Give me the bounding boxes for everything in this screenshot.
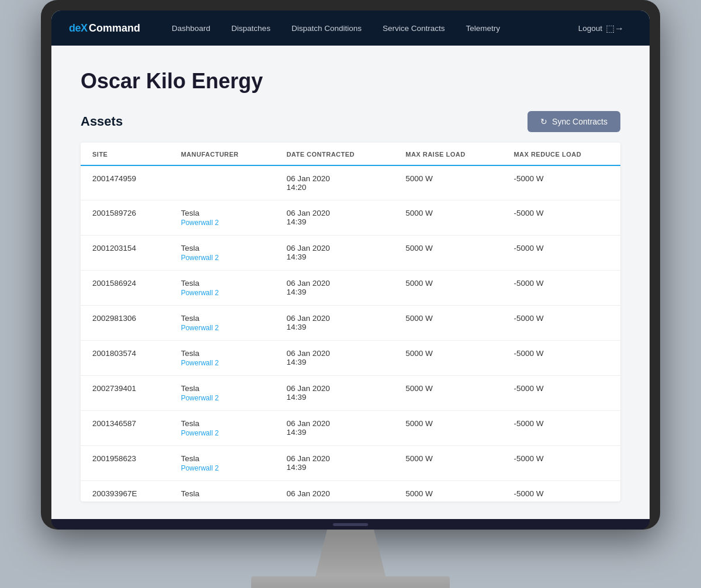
cell-date: 06 Jan 202014:39 — [275, 341, 394, 376]
logout-icon: ⬚→ — [606, 23, 624, 34]
table-row[interactable]: 2001203154TeslaPowerwall 206 Jan 202014:… — [81, 236, 620, 271]
brand-logo[interactable]: deX Command — [69, 22, 140, 34]
col-manufacturer: MANUFACTURER — [169, 143, 275, 165]
main-content: Oscar Kilo Energy Assets ↻ Sync Contract… — [51, 46, 650, 519]
manufacturer-name: Tesla — [181, 489, 263, 498]
cell-date: 06 Jan 202014:39 — [275, 446, 394, 481]
sync-button-label: Sync Contracts — [552, 117, 608, 126]
navbar: deX Command Dashboard Dispatches Dispatc… — [51, 11, 650, 46]
table-row[interactable]: 2001586924TeslaPowerwall 206 Jan 202014:… — [81, 271, 620, 306]
scroll-indicator[interactable] — [333, 523, 368, 526]
table-row[interactable]: 200147495906 Jan 202014:205000 W-5000 W — [81, 165, 620, 200]
nav-links: Dashboard Dispatches Dispatch Conditions… — [164, 19, 570, 37]
manufacturer-name: Tesla — [181, 349, 263, 358]
cell-max-raise: 5000 W — [394, 236, 502, 271]
cell-date: 06 Jan 202014:39 — [275, 271, 394, 306]
cell-manufacturer: Tesla — [169, 481, 275, 502]
model-name: Powerwall 2 — [181, 394, 263, 402]
manufacturer-name: Tesla — [181, 314, 263, 323]
manufacturer-name: Tesla — [181, 244, 263, 253]
table-row[interactable]: 200393967ETesla06 Jan 20205000 W-5000 W — [81, 481, 620, 502]
table-header-row: SITE MANUFACTURER DATE CONTRACTED MAX RA… — [81, 143, 620, 165]
cell-max-reduce: -5000 W — [502, 481, 620, 502]
cell-manufacturer: TeslaPowerwall 2 — [169, 411, 275, 446]
brand-command: Command — [89, 22, 140, 34]
cell-manufacturer: TeslaPowerwall 2 — [169, 446, 275, 481]
manufacturer-name: Tesla — [181, 454, 263, 463]
logout-label: Logout — [578, 24, 602, 33]
cell-date: 06 Jan 202014:20 — [275, 165, 394, 200]
manufacturer-name: Tesla — [181, 279, 263, 288]
cell-manufacturer: TeslaPowerwall 2 — [169, 200, 275, 236]
manufacturer-name: Tesla — [181, 419, 263, 428]
cell-date: 06 Jan 202014:39 — [275, 236, 394, 271]
page-title: Oscar Kilo Energy — [81, 69, 620, 94]
cell-site: 2002739401 — [81, 376, 169, 411]
model-name: Powerwall 2 — [181, 289, 263, 297]
monitor-stand-base — [251, 576, 450, 588]
logout-button[interactable]: Logout ⬚→ — [570, 18, 632, 39]
monitor-bottom-bar — [51, 519, 650, 530]
assets-table-container: SITE MANUFACTURER DATE CONTRACTED MAX RA… — [81, 143, 620, 501]
cell-date: 06 Jan 202014:39 — [275, 376, 394, 411]
cell-site: 2001803574 — [81, 341, 169, 376]
cell-max-reduce: -5000 W — [502, 236, 620, 271]
cell-date: 06 Jan 2020 — [275, 481, 394, 502]
cell-max-reduce: -5000 W — [502, 200, 620, 236]
cell-site: 2001586924 — [81, 271, 169, 306]
cell-site: 2002981306 — [81, 306, 169, 341]
assets-header: Assets ↻ Sync Contracts — [81, 111, 620, 132]
nav-dispatch-conditions[interactable]: Dispatch Conditions — [283, 19, 370, 37]
cell-max-reduce: -5000 W — [502, 306, 620, 341]
nav-service-contracts[interactable]: Service Contracts — [374, 19, 453, 37]
assets-table: SITE MANUFACTURER DATE CONTRACTED MAX RA… — [81, 143, 620, 501]
cell-site: 2001346587 — [81, 411, 169, 446]
sync-contracts-button[interactable]: ↻ Sync Contracts — [528, 111, 620, 132]
cell-site: 2001589726 — [81, 200, 169, 236]
cell-manufacturer: TeslaPowerwall 2 — [169, 341, 275, 376]
cell-max-raise: 5000 W — [394, 481, 502, 502]
table-row[interactable]: 2001346587TeslaPowerwall 206 Jan 202014:… — [81, 411, 620, 446]
cell-max-raise: 5000 W — [394, 341, 502, 376]
cell-max-reduce: -5000 W — [502, 376, 620, 411]
model-name: Powerwall 2 — [181, 219, 263, 227]
cell-max-raise: 5000 W — [394, 271, 502, 306]
col-max-reduce-load: MAX REDUCE LOAD — [502, 143, 620, 165]
cell-manufacturer: TeslaPowerwall 2 — [169, 271, 275, 306]
cell-date: 06 Jan 202014:39 — [275, 411, 394, 446]
nav-telemetry[interactable]: Telemetry — [458, 19, 509, 37]
cell-date: 06 Jan 202014:39 — [275, 306, 394, 341]
model-name: Powerwall 2 — [181, 464, 263, 472]
manufacturer-name: Tesla — [181, 209, 263, 217]
cell-max-reduce: -5000 W — [502, 341, 620, 376]
cell-max-raise: 5000 W — [394, 165, 502, 200]
col-site: SITE — [81, 143, 169, 165]
table-row[interactable]: 2001958623TeslaPowerwall 206 Jan 202014:… — [81, 446, 620, 481]
cell-manufacturer: TeslaPowerwall 2 — [169, 376, 275, 411]
cell-max-raise: 5000 W — [394, 446, 502, 481]
table-row[interactable]: 2002739401TeslaPowerwall 206 Jan 202014:… — [81, 376, 620, 411]
cell-max-reduce: -5000 W — [502, 411, 620, 446]
model-name: Powerwall 2 — [181, 254, 263, 262]
table-row[interactable]: 2001589726TeslaPowerwall 206 Jan 202014:… — [81, 200, 620, 236]
nav-dispatches[interactable]: Dispatches — [223, 19, 279, 37]
cell-max-reduce: -5000 W — [502, 446, 620, 481]
table-row[interactable]: 2001803574TeslaPowerwall 206 Jan 202014:… — [81, 341, 620, 376]
brand-x: X — [81, 22, 88, 34]
col-date-contracted: DATE CONTRACTED — [275, 143, 394, 165]
col-max-raise-load: MAX RAISE LOAD — [394, 143, 502, 165]
cell-site: 2001203154 — [81, 236, 169, 271]
app-wrapper: deX Command Dashboard Dispatches Dispatc… — [51, 11, 650, 519]
cell-max-reduce: -5000 W — [502, 271, 620, 306]
cell-site: 200393967E — [81, 481, 169, 502]
cell-max-reduce: -5000 W — [502, 165, 620, 200]
monitor-frame: deX Command Dashboard Dispatches Dispatc… — [41, 0, 660, 530]
cell-max-raise: 5000 W — [394, 411, 502, 446]
table-row[interactable]: 2002981306TeslaPowerwall 206 Jan 202014:… — [81, 306, 620, 341]
cell-max-raise: 5000 W — [394, 376, 502, 411]
nav-dashboard[interactable]: Dashboard — [164, 19, 218, 37]
sync-icon: ↻ — [540, 117, 547, 126]
manufacturer-name: Tesla — [181, 384, 263, 393]
cell-max-raise: 5000 W — [394, 200, 502, 236]
cell-manufacturer — [169, 165, 275, 200]
